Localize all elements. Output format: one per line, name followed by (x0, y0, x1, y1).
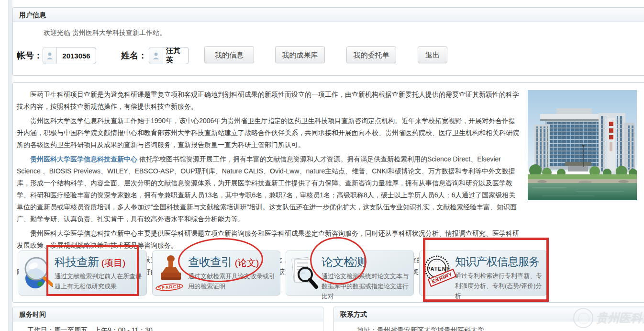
patent-badge-text: PATENT (427, 266, 450, 272)
my-info-button[interactable]: 我的信息 (204, 46, 254, 63)
account-field[interactable]: 2013056 (43, 47, 96, 64)
service-hours-panel: 服务时间 工作日：周一至周五 上午9：00 - 11：30 (12, 307, 323, 331)
card-desc: 通过文献检索开具论文收录或引用的检索证明 (188, 271, 278, 291)
card-ip-info-service[interactable]: · · · · · · PATENT EXPIRY 知识产权信息服务 通过专利检… (419, 251, 547, 296)
account-value: 2013056 (57, 47, 96, 64)
card-title: 科技查新 (项目) (55, 254, 144, 270)
card-title: 知识产权信息服务 (455, 254, 545, 269)
welcome-text: 欢迎光临 贵州医科大学科技查新工作站。 (44, 29, 166, 37)
intro-paragraph: 医药卫生科研项目查新是为避免科研课题重复立项和客观正确地判别科研成果的新颖性而设… (17, 89, 520, 113)
panel-title: 联系方式 (334, 307, 644, 321)
card-title: 论文检测 (322, 254, 411, 270)
intro-panel: 医药卫生科研项目查新是为避免科研课题重复立项和客观正确地判别科研成果的新颖性而设… (12, 82, 644, 303)
card-desc: 通过专利检索进行专利查新、专利强度分析、专利(态势/评价)分析 (455, 271, 545, 301)
contact-address-text: 地址：贵州省贵安新区大学城贵州医科大学 (357, 326, 484, 331)
name-value: 汪其英 (163, 47, 189, 64)
panel-title: 用户信息 (13, 8, 644, 22)
name-field[interactable]: 汪其英 (149, 47, 189, 64)
library-building-photo (528, 90, 637, 200)
page: 用户信息 欢迎光临 贵州医科大学科技查新工作站。 帐号： 2013056 姓名：… (0, 0, 644, 331)
card-desc: 通过文献检索判定前人在所查课题上有无相似研究成果 (55, 271, 144, 291)
account-label: 帐号： (17, 47, 43, 64)
card-title: 查收查引 (论文) (188, 254, 278, 270)
service-hours-text: 工作日：周一至周五 上午9：00 - 11：30 (27, 326, 153, 331)
contact-panel: 联系方式 地址：贵州省贵安新区大学城贵州医科大学 (333, 307, 644, 331)
card-novelty-search[interactable]: 科技查新 (项目) 通过文献检索判定前人在所查课题上有无相似研究成果 (19, 251, 147, 296)
logout-button[interactable]: 退出 (418, 46, 447, 63)
my-results-button[interactable]: 我的成果库 (275, 46, 325, 63)
name-label: 姓名： (121, 47, 147, 64)
card-plagiarism-check[interactable]: 论文检测 通过论文检测系统对论文文本与数据库中的数据或指定论文进行比对 (286, 251, 414, 296)
card-citation-check[interactable]: SEARCH 查收查引 (论文) 通过文献检索开具论文收录或引用的检索证明 (152, 251, 280, 296)
card-desc: 通过论文检测系统对论文文本与数据库中的数据或指定论文进行比对 (322, 271, 411, 301)
intro-paragraph: 贵州医科大学医学信息科技查新中心 依托学校图书馆资源开展工作，拥有丰富的文献信息… (17, 153, 520, 225)
intro-paragraph: 贵州医科大学医学信息科技查新工作始于1990年，该中心2006年为贵州省卫生厅指… (17, 115, 520, 151)
user-icon (43, 47, 57, 64)
user-icon (149, 47, 163, 64)
user-info-panel: 用户信息 欢迎光临 贵州医科大学科技查新工作站。 帐号： 2013056 姓名：… (12, 7, 644, 76)
stamp-search-icon: SEARCH (155, 254, 186, 293)
svg-text:· · ·: · · · (434, 260, 440, 263)
intro-paragraph: 贵州医科大学医学信息科技查新中心主要提供医学科研课题立项查新咨询服务和医学科研成… (17, 228, 520, 251)
patent-badge-icon: · · · · · · PATENT EXPIRY (422, 254, 453, 293)
document-magnifier-icon (289, 254, 320, 293)
left-edge-strip (8, 0, 12, 331)
my-orders-button[interactable]: 我的委托单 (346, 46, 396, 63)
globe-magnifier-icon (22, 254, 53, 293)
panel-title: 服务时间 (13, 307, 323, 321)
center-name-highlight: 贵州医科大学医学信息科技查新中心 (30, 155, 137, 163)
